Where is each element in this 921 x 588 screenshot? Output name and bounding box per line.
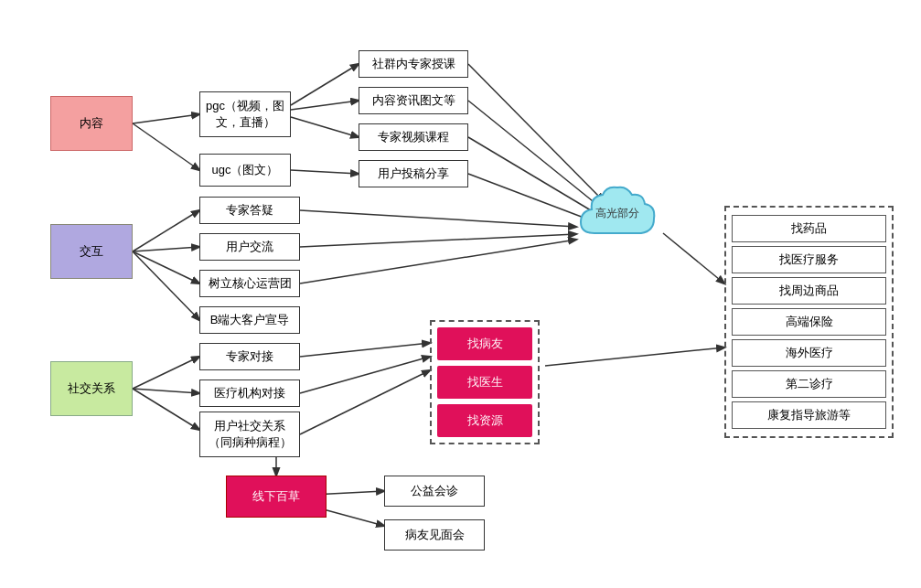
svg-line-12 [133,251,199,283]
box-ugc: ugc（图文） [199,154,291,187]
svg-line-16 [300,240,576,283]
right-item-4: 海外医疗 [732,339,886,367]
box-beiduan: B端大客户宣导 [199,306,300,334]
box-shequn: 社群内专家授课 [359,50,468,78]
svg-text:高光部分: 高光部分 [595,207,639,219]
svg-line-3 [291,101,359,110]
find-group: 找病友 找医生 找资源 [430,320,540,444]
svg-line-22 [300,370,430,434]
cloud-gaGuang: 高光部分 [572,178,663,251]
right-item-3: 高端保险 [732,308,886,336]
svg-line-24 [663,233,724,283]
box-shuli: 树立核心运营团 [199,270,300,297]
box-zhuanjia-da: 专家答疑 [199,197,300,224]
yonghu-tougao-label: 用户投稿分享 [378,166,449,182]
beiduan-label: B端大客户宣导 [210,312,290,328]
find-ziyuan-label: 找资源 [467,412,503,429]
category-shejiao-label: 社交关系 [68,380,115,397]
box-zhuanjia-dj: 专家对接 [199,343,300,370]
box-yonghu-tougao: 用户投稿分享 [359,160,468,187]
svg-line-17 [133,357,199,389]
svg-line-14 [300,210,576,227]
svg-line-20 [300,343,430,357]
svg-line-15 [300,234,576,247]
shequn-label: 社群内专家授课 [372,56,455,72]
offline-label: 线下百草 [252,488,300,505]
right-item-2: 找周边商品 [732,277,886,305]
diagram: 内容 交互 社交关系 pgc（视频，图文，直播） ugc（图文） 社群内专家授课… [0,0,921,588]
box-bingyoujm: 病友见面会 [384,519,485,551]
box-yonghu-shejiao: 用户社交关系（同病种病程） [199,412,300,457]
yonghu-shejiao-label: 用户社交关系（同病种病程） [204,418,295,451]
pgc-label: pgc（视频，图文，直播） [204,98,286,131]
svg-line-23 [545,347,724,366]
svg-line-10 [133,210,199,251]
shuli-label: 树立核心运营团 [209,275,292,292]
category-shejiao: 社交关系 [50,361,133,416]
svg-line-5 [291,170,359,174]
box-yonghu-jl: 用户交流 [199,233,300,261]
category-neirong: 内容 [50,96,133,151]
category-jiaohu-label: 交互 [80,243,103,260]
right-item-0: 找药品 [732,215,886,242]
box-pgc: pgc（视频，图文，直播） [199,91,291,137]
yiliao-label: 医疗机构对接 [214,385,285,401]
svg-line-4 [291,117,359,137]
svg-line-18 [133,389,199,393]
svg-line-1 [133,123,199,170]
find-bingyou-label: 找病友 [467,336,503,352]
svg-line-19 [133,389,199,430]
find-bingyou: 找病友 [437,327,532,360]
yonghu-jl-label: 用户交流 [226,239,273,255]
find-ziyuan: 找资源 [437,404,532,437]
box-yiliao: 医疗机构对接 [199,380,300,407]
category-jiaohu: 交互 [50,224,133,279]
bingyoujm-label: 病友见面会 [405,527,465,543]
svg-line-13 [133,251,199,320]
svg-line-11 [133,247,199,251]
box-offline: 线下百草 [226,476,327,518]
box-zhuanjia-video: 专家视频课程 [359,123,468,151]
find-yisheng-label: 找医生 [467,374,503,390]
right-item-6: 康复指导旅游等 [732,401,886,429]
svg-line-0 [133,114,199,123]
category-neirong-label: 内容 [80,115,103,132]
box-neirong-ztw: 内容资讯图文等 [359,87,468,114]
zhuanjia-dj-label: 专家对接 [226,348,273,365]
ugc-label: ugc（图文） [212,162,279,178]
svg-line-2 [291,64,359,105]
zhuanjia-da-label: 专家答疑 [226,202,273,219]
right-item-1: 找医疗服务 [732,246,886,273]
zhuanjia-video-label: 专家视频课程 [378,129,449,145]
box-gongli: 公益会诊 [384,476,485,507]
find-yisheng: 找医生 [437,366,532,399]
svg-line-21 [300,357,430,393]
gongli-label: 公益会诊 [411,483,458,499]
right-item-5: 第二诊疗 [732,370,886,398]
right-group: 找药品 找医疗服务 找周边商品 高端保险 海外医疗 第二诊疗 康复指导旅游等 [724,206,894,438]
neirong-ztw-label: 内容资讯图文等 [372,92,455,109]
